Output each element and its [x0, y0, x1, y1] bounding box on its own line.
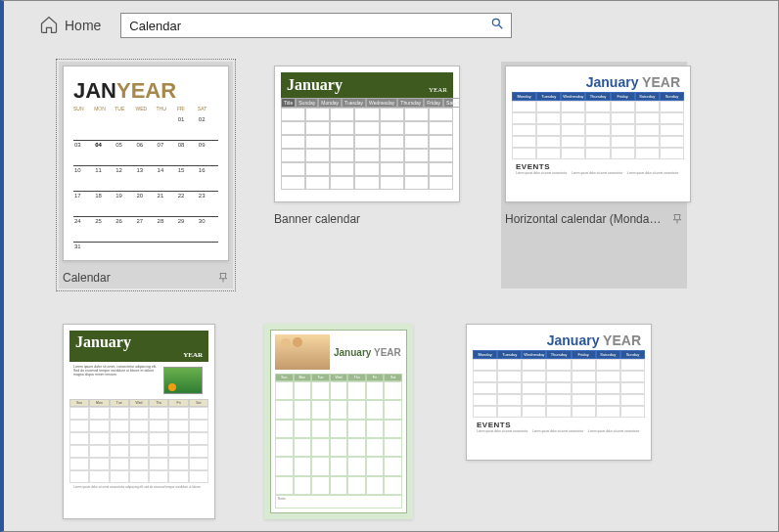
- month-label: January: [586, 74, 639, 90]
- template-caption: Banner calendar: [274, 212, 360, 226]
- search-input[interactable]: [121, 15, 483, 37]
- template-caption: Calendar: [63, 271, 111, 285]
- pin-icon[interactable]: [671, 213, 683, 225]
- year-label: YEAR: [374, 347, 401, 358]
- events-label: EVENTS: [477, 421, 641, 429]
- year-label: YEAR: [642, 74, 680, 90]
- notes-label: Notes: [275, 495, 402, 509]
- home-icon: [39, 15, 59, 37]
- template-thumbnail: January YEAR MondayTuesdayWednesdayThurs…: [505, 66, 691, 202]
- month-label: January: [75, 333, 131, 351]
- search-icon: [490, 17, 504, 34]
- template-thumbnail: January YEAR MondayTuesdayWednesdayThurs…: [466, 324, 652, 461]
- template-horizontal-events-calendar[interactable]: January YEAR MondayTuesdayWednesdayThurs…: [466, 324, 652, 519]
- template-photo-calendar[interactable]: January YEAR SunMonTueWedThuFriSat Notes: [264, 324, 421, 519]
- month-label: January: [287, 76, 343, 94]
- month-abbrev: JAN: [73, 78, 116, 104]
- template-thumbnail: JanuaryYEAR TitleSundayMondayTuesdayWedn…: [274, 66, 460, 202]
- search-button[interactable]: [483, 14, 511, 37]
- svg-line-1: [499, 25, 503, 29]
- month-label: January: [547, 332, 600, 348]
- search-box: [120, 13, 512, 38]
- template-thumbnail: January YEAR SunMonTueWedThuFriSat Notes: [264, 324, 413, 519]
- template-thumbnail: JanuaryYEAR Lorem ipsum dolor sit amet, …: [63, 324, 215, 519]
- year-label: YEAR: [603, 332, 641, 348]
- header-bar: Home: [4, 1, 778, 46]
- template-calendar[interactable]: JANYEAR SUNMONTUEWEDTHUFRISAT 0102 03040…: [59, 62, 233, 288]
- pin-icon[interactable]: [217, 272, 229, 284]
- template-banner-calendar[interactable]: JanuaryYEAR TitleSundayMondayTuesdayWedn…: [274, 66, 460, 285]
- photo-placeholder: [163, 367, 203, 394]
- template-caption: Horizontal calendar (Monday st...: [505, 212, 662, 226]
- home-label: Home: [65, 18, 101, 33]
- photo-placeholder: [275, 334, 330, 370]
- events-label: EVENTS: [516, 162, 680, 171]
- template-horizontal-calendar[interactable]: January YEAR MondayTuesdayWednesdayThurs…: [501, 62, 687, 288]
- home-button[interactable]: Home: [39, 15, 101, 37]
- svg-point-0: [493, 19, 500, 25]
- year-label: YEAR: [429, 86, 447, 94]
- month-label: January: [334, 347, 371, 358]
- template-gallery: JANYEAR SUNMONTUEWEDTHUFRISAT 0102 03040…: [4, 46, 778, 532]
- template-banner-photo-calendar[interactable]: JanuaryYEAR Lorem ipsum dolor sit amet, …: [63, 324, 219, 519]
- year-label: YEAR: [183, 351, 203, 359]
- year-label: YEAR: [116, 78, 176, 104]
- template-thumbnail: JANYEAR SUNMONTUEWEDTHUFRISAT 0102 03040…: [63, 66, 229, 261]
